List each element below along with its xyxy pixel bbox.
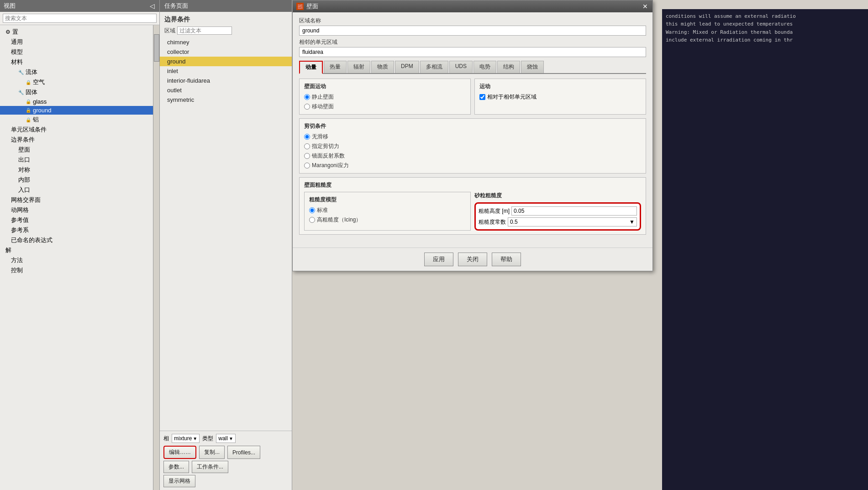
sidebar-item-reference-value[interactable]: 参考值 <box>0 215 153 225</box>
zone-filter-input[interactable] <box>177 26 232 35</box>
sidebar-item-reference-frame[interactable]: 参考系 <box>0 225 153 235</box>
sidebar-item-ground[interactable]: 🔒ground <box>0 106 153 115</box>
adjacent-zone-input[interactable] <box>299 47 646 57</box>
tab-ablation[interactable]: 烧蚀 <box>521 61 544 73</box>
log-line-2: this might lead to unexpected temperatur… <box>666 21 864 27</box>
standard-model-option[interactable]: 标准 <box>309 206 466 214</box>
roughness-inner: 粗糙度模型 标准 高粗糙度（Icing） <box>304 192 641 231</box>
high-roughness-option[interactable]: 高粗糙度（Icing） <box>309 216 466 224</box>
sidebar-item-inlet[interactable]: 入口 <box>0 185 153 195</box>
sidebar-item-outlet[interactable]: 出口 <box>0 155 153 165</box>
work-conditions-button[interactable]: 工作条件... <box>192 461 228 473</box>
roughness-const-arrow: ▼ <box>629 219 635 225</box>
boundary-interior-fluidarea[interactable]: interior-fluidarea <box>160 76 292 85</box>
sidebar-item-dynamic-mesh[interactable]: 动网格 <box>0 205 153 215</box>
no-slip-radio[interactable] <box>304 134 310 140</box>
edit-button[interactable]: 编辑…… <box>163 446 196 459</box>
sidebar-item-model[interactable]: 模型 <box>0 47 153 57</box>
relative-to-adjacent-option[interactable]: 相对于相邻单元区域 <box>479 93 641 101</box>
mirror-reflection-option[interactable]: 镜面反射系数 <box>304 152 641 160</box>
sidebar-item-air[interactable]: 🔒空气 <box>0 77 153 87</box>
type-select[interactable]: wall ▼ <box>216 434 236 443</box>
sidebar-item-solve[interactable]: 解 <box>0 245 153 255</box>
wall-motion-section: 壁面运动 静止壁面 移动壁面 <box>299 79 646 118</box>
sidebar-item-cell-zone[interactable]: 单元区域条件 <box>0 125 153 135</box>
roughness-section-title: 壁面粗糙度 <box>304 181 641 189</box>
sidebar-item-boundary[interactable]: 边界条件 <box>0 135 153 145</box>
tab-momentum[interactable]: 动量 <box>299 61 323 74</box>
phase-select[interactable]: mixture ▼ <box>172 434 200 443</box>
sidebar-item-置[interactable]: ⚙置 <box>0 27 153 37</box>
dialog-title: 壁面 <box>306 2 318 11</box>
profiles-button[interactable]: Profiles... <box>227 446 260 459</box>
wall-motion-box: 壁面运动 静止壁面 移动壁面 <box>299 79 471 115</box>
boundary-outlet[interactable]: outlet <box>160 85 292 95</box>
no-slip-option[interactable]: 无滑移 <box>304 133 641 141</box>
wall-motion-title: 壁面运动 <box>304 83 466 90</box>
relative-to-adjacent-checkbox[interactable] <box>479 94 485 100</box>
phase-value: mixture <box>174 435 192 442</box>
moving-wall-radio[interactable] <box>304 104 310 110</box>
roughness-height-input[interactable] <box>511 206 637 216</box>
task-panel-label: 任务页面 <box>164 2 188 9</box>
sidebar-item-method[interactable]: 方法 <box>0 255 153 265</box>
marangoni-radio[interactable] <box>304 163 310 169</box>
sidebar-item-aluminum[interactable]: 🔒铝 <box>0 115 153 125</box>
sidebar-scrollbar-thumb[interactable] <box>154 34 159 62</box>
show-mesh-button[interactable]: 显示网格 <box>163 475 195 487</box>
tab-radiation[interactable]: 辐射 <box>347 61 370 73</box>
sidebar-item-mesh-interface[interactable]: 网格交界面 <box>0 195 153 205</box>
specified-shear-option[interactable]: 指定剪切力 <box>304 142 641 150</box>
sidebar-search-input[interactable] <box>3 14 157 23</box>
sidebar-item-solid[interactable]: 🔧固体 <box>0 87 153 97</box>
high-roughness-radio[interactable] <box>309 217 315 223</box>
tab-uds[interactable]: UDS <box>449 61 473 73</box>
standard-model-radio[interactable] <box>309 207 315 213</box>
zone-name-input[interactable] <box>299 26 646 36</box>
sidebar-item-control[interactable]: 控制 <box>0 265 153 275</box>
marangoni-option[interactable]: Marangoni应力 <box>304 162 641 169</box>
mirror-reflection-radio[interactable] <box>304 153 310 159</box>
dialog-footer: 应用 关闭 帮助 <box>293 248 652 271</box>
stationary-wall-option[interactable]: 静止壁面 <box>304 93 466 101</box>
tab-electric[interactable]: 电势 <box>473 61 496 73</box>
sidebar-item-interior[interactable]: 内部 <box>0 175 153 185</box>
boundary-inlet[interactable]: inlet <box>160 66 292 76</box>
dialog-titlebar-left: 🧱 壁面 <box>296 2 318 11</box>
tab-substance[interactable]: 物质 <box>371 61 394 73</box>
tab-heat[interactable]: 热量 <box>324 61 347 73</box>
boundary-symmetric[interactable]: symmetric <box>160 95 292 105</box>
phase-label: 相 <box>163 435 169 443</box>
boundary-ground[interactable]: ground <box>160 57 292 66</box>
roughness-model-box: 粗糙度模型 标准 高粗糙度（Icing） <box>304 192 471 231</box>
boundary-chimney[interactable]: chimney <box>160 37 292 47</box>
phase-dropdown-arrow: ▼ <box>193 436 197 441</box>
sidebar-item-symmetry[interactable]: 对称 <box>0 165 153 175</box>
specified-shear-radio[interactable] <box>304 143 310 149</box>
tab-dpm[interactable]: DPM <box>395 61 419 73</box>
apply-button[interactable]: 应用 <box>424 253 453 266</box>
sidebar-title: 视图 <box>4 2 16 10</box>
sidebar-collapse-button[interactable]: ◁ <box>149 2 156 10</box>
roughness-const-select[interactable]: 0.5 ▼ <box>508 217 637 227</box>
help-button[interactable]: 帮助 <box>492 253 521 266</box>
close-button[interactable]: 关闭 <box>458 253 487 266</box>
sidebar-scrollbar[interactable] <box>153 25 159 490</box>
tab-structure[interactable]: 结构 <box>497 61 520 73</box>
moving-wall-option[interactable]: 移动壁面 <box>304 103 466 111</box>
params-button[interactable]: 参数... <box>163 461 189 473</box>
moving-wall-label: 移动壁面 <box>312 103 334 111</box>
dialog-close-button[interactable]: ✕ <box>642 3 649 10</box>
sidebar-item-general[interactable]: 通用 <box>0 37 153 47</box>
sidebar-item-named-expr[interactable]: 已命名的表达式 <box>0 235 153 245</box>
copy-button[interactable]: 复制... <box>199 446 225 459</box>
sidebar-item-fluid[interactable]: 🔧流体 <box>0 67 153 77</box>
tabs-bar: 动量 热量 辐射 物质 DPM 多相流 UDS 电势 结构 烧蚀 <box>299 61 646 74</box>
right-content: conditions will assume an external radia… <box>292 0 868 490</box>
tab-multiphase[interactable]: 多相流 <box>420 61 448 73</box>
sidebar-item-material[interactable]: 材料 <box>0 57 153 67</box>
sidebar-item-glass[interactable]: 🔒glass <box>0 97 153 106</box>
sidebar-item-wall[interactable]: 壁面 <box>0 145 153 155</box>
boundary-collector[interactable]: collector <box>160 47 292 57</box>
stationary-wall-radio[interactable] <box>304 94 310 100</box>
